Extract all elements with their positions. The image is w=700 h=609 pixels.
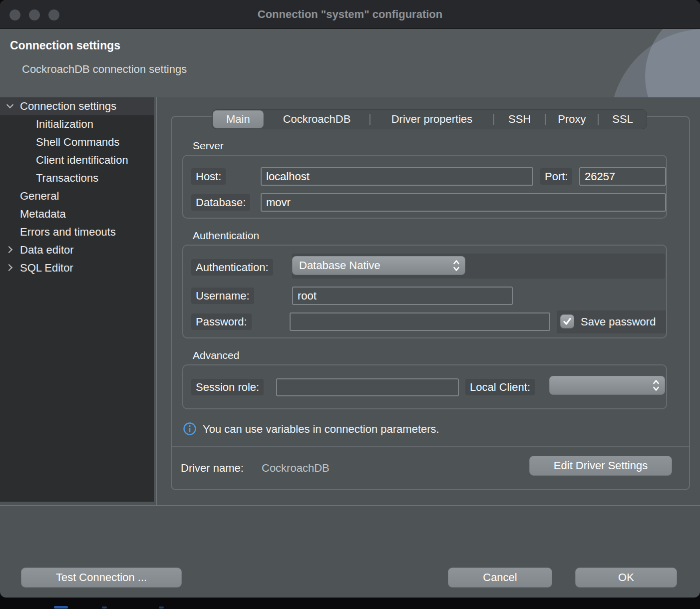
tab-proxy[interactable]: Proxy: [546, 110, 598, 129]
settings-tree: Connection settings Initialization Shell…: [0, 97, 154, 502]
tree-item-label: Connection settings: [20, 100, 116, 113]
connection-config-dialog: Connection "system" configuration Connec…: [0, 0, 700, 598]
panel-divider: [172, 446, 689, 447]
header-title: Connection settings: [10, 39, 120, 52]
tab-cockroachdb[interactable]: CockroachDB: [264, 110, 370, 129]
tree-item-label: Shell Commands: [36, 136, 120, 149]
tree-item-label: Client identification: [36, 154, 128, 167]
test-connection-button[interactable]: Test Connection ...: [21, 568, 182, 588]
close-window-button[interactable]: [9, 9, 20, 20]
authentication-select[interactable]: Database Native: [292, 256, 465, 275]
save-password-label: Save password: [581, 315, 656, 328]
host-label: Host:: [191, 168, 226, 185]
session-role-input[interactable]: [276, 378, 459, 396]
header-subtitle: CockroachDB connection settings: [22, 63, 187, 76]
username-input[interactable]: [292, 287, 513, 305]
tree-item-sql-editor[interactable]: SQL Editor: [0, 259, 154, 277]
tree-item-client-identification[interactable]: Client identification: [0, 151, 154, 169]
tree-item-label: Errors and timeouts: [20, 226, 116, 239]
host-input[interactable]: [261, 167, 533, 186]
database-input[interactable]: [261, 193, 666, 212]
tree-item-label: Initialization: [36, 118, 93, 131]
ok-button[interactable]: OK: [575, 568, 677, 588]
chevron-right-icon[interactable]: [5, 263, 16, 274]
port-label: Port:: [540, 168, 572, 185]
select-chevrons-icon: [652, 379, 660, 392]
tree-item-label: SQL Editor: [20, 262, 73, 275]
variables-hint-text: You can use variables in connection para…: [203, 423, 439, 436]
edit-driver-settings-button[interactable]: Edit Driver Settings: [529, 456, 672, 476]
tree-item-connection-settings[interactable]: Connection settings: [0, 97, 154, 115]
checkmark-icon: [562, 316, 572, 326]
username-label: Username:: [191, 288, 254, 304]
tree-item-metadata[interactable]: Metadata: [0, 205, 154, 223]
content-area: Main CockroachDB Driver properties SSH P…: [157, 97, 700, 505]
authentication-method-label: Authentication:: [191, 259, 273, 276]
cancel-button[interactable]: Cancel: [448, 568, 552, 588]
dialog-header: Connection settings CockroachDB connecti…: [0, 29, 700, 97]
footer-divider: [0, 505, 700, 506]
dock-hint: [54, 606, 68, 609]
server-section-title: Server: [193, 140, 224, 152]
tab-driver-properties[interactable]: Driver properties: [370, 110, 493, 129]
save-password-checkbox[interactable]: [560, 314, 574, 328]
password-input[interactable]: [290, 312, 550, 331]
zoom-window-button[interactable]: [48, 9, 59, 20]
port-input[interactable]: [579, 167, 666, 186]
advanced-group: Session role: Local Client:: [182, 364, 667, 409]
session-role-label: Session role:: [191, 379, 264, 395]
tree-item-transactions[interactable]: Transactions: [0, 169, 154, 187]
local-client-label: Local Client:: [465, 379, 535, 395]
tree-item-shell-commands[interactable]: Shell Commands: [0, 133, 154, 151]
chevron-down-icon[interactable]: [5, 101, 16, 112]
tab-bar: Main CockroachDB Driver properties SSH P…: [212, 109, 647, 129]
decorative-arcs-graphic: [600, 29, 700, 97]
tab-ssl[interactable]: SSL: [599, 110, 647, 129]
tree-item-label: General: [20, 190, 59, 203]
server-group: Host: Port: Database:: [182, 155, 667, 219]
traffic-lights: [9, 9, 59, 20]
titlebar: Connection "system" configuration: [0, 0, 700, 29]
tree-item-initialization[interactable]: Initialization: [0, 115, 154, 133]
authentication-section-title: Authentication: [193, 230, 259, 242]
driver-name-value: CockroachDB: [262, 462, 330, 475]
tree-item-label: Data editor: [20, 244, 74, 257]
authentication-group: Authentication: Database Native Username…: [182, 245, 667, 338]
driver-name-label: Driver name:: [181, 462, 244, 475]
database-label: Database:: [191, 194, 250, 211]
tree-item-errors-and-timeouts[interactable]: Errors and timeouts: [0, 223, 154, 241]
tree-item-data-editor[interactable]: Data editor: [0, 241, 154, 259]
main-tab-panel: Server Host: Port: Database: Authenticat…: [171, 116, 690, 490]
dock-hint: [159, 607, 164, 609]
advanced-section-title: Advanced: [193, 349, 239, 361]
tree-item-general[interactable]: General: [0, 187, 154, 205]
tab-main[interactable]: Main: [213, 110, 264, 128]
password-label: Password:: [191, 313, 252, 330]
tab-ssh[interactable]: SSH: [494, 110, 545, 129]
tree-item-label: Transactions: [36, 172, 98, 185]
select-chevrons-icon: [452, 259, 460, 272]
dock-hint: [102, 607, 107, 609]
info-icon: [183, 422, 197, 436]
authentication-select-value: Database Native: [299, 259, 380, 272]
minimize-window-button[interactable]: [29, 9, 40, 20]
tree-item-label: Metadata: [20, 208, 66, 221]
chevron-right-icon[interactable]: [5, 245, 16, 256]
window-title: Connection "system" configuration: [60, 0, 640, 29]
local-client-select[interactable]: [549, 376, 665, 395]
